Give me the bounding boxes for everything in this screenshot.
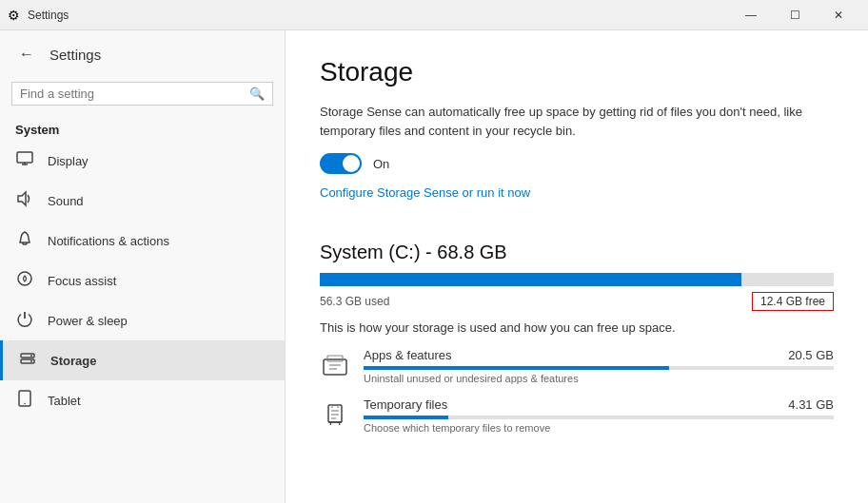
svg-rect-18 bbox=[328, 405, 342, 422]
storage-bar-used bbox=[320, 273, 741, 286]
sidebar-app-title: Settings bbox=[49, 47, 101, 63]
sidebar-section-label: System bbox=[0, 117, 285, 141]
storage-item-apps[interactable]: Apps & features 20.5 GB Uninstall unused… bbox=[320, 348, 834, 384]
storage-sense-toggle[interactable] bbox=[320, 153, 362, 174]
sidebar: ← Settings 🔍 System Display bbox=[0, 30, 286, 503]
toggle-row: On bbox=[320, 153, 834, 174]
close-button[interactable]: ✕ bbox=[817, 0, 860, 30]
display-label: Display bbox=[48, 154, 89, 168]
temp-icon bbox=[320, 399, 350, 430]
focus-label: Focus assist bbox=[48, 274, 116, 288]
storage-description: This is how your storage is used and how… bbox=[320, 320, 834, 335]
svg-point-11 bbox=[30, 360, 32, 362]
temp-bar-bg bbox=[364, 416, 834, 419]
maximize-button[interactable]: ☐ bbox=[773, 0, 817, 30]
storage-labels: 56.3 GB used 12.4 GB free bbox=[320, 292, 834, 311]
sidebar-item-display[interactable]: Display bbox=[0, 141, 285, 181]
tablet-icon bbox=[15, 390, 34, 411]
notifications-label: Notifications & actions bbox=[48, 234, 169, 248]
sidebar-item-notifications[interactable]: Notifications & actions bbox=[0, 221, 285, 261]
temp-size: 4.31 GB bbox=[788, 397, 834, 412]
titlebar-left: ⚙ Settings bbox=[8, 8, 69, 23]
temp-header: Temporary files 4.31 GB bbox=[364, 397, 834, 412]
sidebar-nav-top: ← Settings bbox=[0, 30, 285, 78]
apps-desc: Uninstall unused or undesired apps & fea… bbox=[364, 373, 834, 384]
titlebar-controls: — ☐ ✕ bbox=[729, 0, 860, 30]
toggle-label: On bbox=[373, 157, 389, 171]
power-icon bbox=[15, 310, 34, 331]
content-area: Storage Storage Sense can automatically … bbox=[286, 30, 868, 503]
svg-point-10 bbox=[30, 355, 32, 357]
titlebar-title: Settings bbox=[28, 9, 69, 22]
toggle-knob bbox=[343, 155, 360, 172]
tablet-label: Tablet bbox=[48, 394, 81, 408]
free-label: 12.4 GB free bbox=[752, 292, 834, 311]
sidebar-item-focus[interactable]: Focus assist bbox=[0, 261, 285, 300]
svg-point-7 bbox=[18, 272, 31, 285]
svg-rect-15 bbox=[327, 356, 343, 361]
apps-name: Apps & features bbox=[364, 348, 452, 362]
temp-item-body: Temporary files 4.31 GB Choose which tem… bbox=[364, 397, 834, 434]
window-icon: ⚙ bbox=[8, 8, 20, 23]
storage-label: Storage bbox=[50, 354, 96, 368]
apps-bar-fill bbox=[364, 366, 669, 370]
storage-item-temp[interactable]: Temporary files 4.31 GB Choose which tem… bbox=[320, 397, 834, 434]
storage-sense-description: Storage Sense can automatically free up … bbox=[320, 103, 815, 140]
drive-title: System (C:) - 68.8 GB bbox=[320, 242, 834, 263]
apps-size: 20.5 GB bbox=[788, 348, 834, 362]
minimize-button[interactable]: — bbox=[729, 0, 773, 30]
search-box[interactable]: 🔍 bbox=[11, 82, 273, 106]
sidebar-item-tablet[interactable]: Tablet bbox=[0, 380, 285, 420]
apps-header: Apps & features 20.5 GB bbox=[364, 348, 834, 362]
temp-desc: Choose which temporary files to remove bbox=[364, 422, 834, 434]
back-button[interactable]: ← bbox=[15, 42, 38, 67]
sound-icon bbox=[15, 190, 34, 211]
main-layout: ← Settings 🔍 System Display bbox=[0, 30, 868, 503]
temp-name: Temporary files bbox=[364, 397, 447, 412]
search-icon: 🔍 bbox=[249, 87, 265, 101]
focus-icon bbox=[15, 270, 34, 291]
temp-bar-fill bbox=[364, 416, 448, 419]
page-title: Storage bbox=[320, 57, 834, 87]
svg-point-13 bbox=[24, 403, 26, 405]
search-input[interactable] bbox=[20, 87, 249, 101]
sidebar-item-power[interactable]: Power & sleep bbox=[0, 300, 285, 340]
notifications-icon bbox=[15, 230, 34, 251]
configure-link[interactable]: Configure Storage Sense or run it now bbox=[320, 185, 530, 200]
display-icon bbox=[15, 150, 34, 171]
storage-icon bbox=[18, 350, 37, 371]
apps-bar-bg bbox=[364, 366, 834, 370]
sound-label: Sound bbox=[48, 194, 84, 208]
sidebar-item-storage[interactable]: Storage bbox=[0, 340, 285, 380]
power-label: Power & sleep bbox=[48, 314, 128, 328]
used-label: 56.3 GB used bbox=[320, 295, 389, 308]
titlebar: ⚙ Settings — ☐ ✕ bbox=[0, 0, 868, 30]
svg-marker-3 bbox=[18, 192, 26, 205]
storage-bar-container bbox=[320, 273, 834, 286]
sidebar-item-sound[interactable]: Sound bbox=[0, 181, 285, 221]
apps-icon bbox=[320, 350, 350, 380]
apps-item-body: Apps & features 20.5 GB Uninstall unused… bbox=[364, 348, 834, 384]
svg-rect-0 bbox=[17, 152, 32, 163]
drive-section: System (C:) - 68.8 GB 56.3 GB used 12.4 … bbox=[320, 242, 834, 434]
